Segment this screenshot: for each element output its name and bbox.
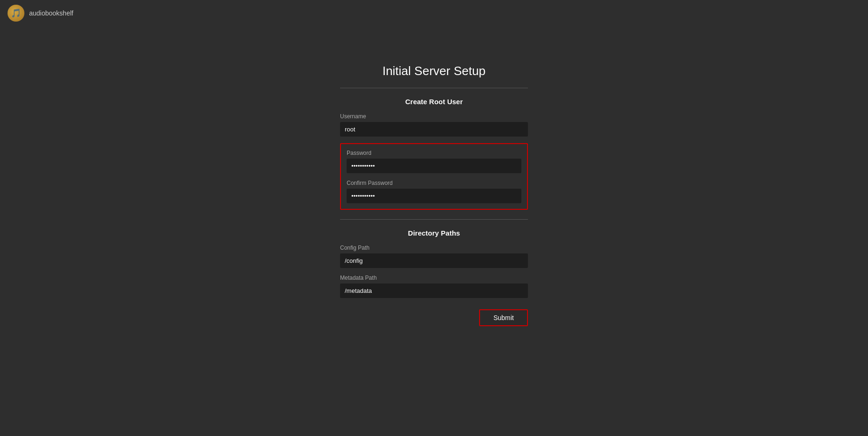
submit-button[interactable]: Submit xyxy=(479,309,528,326)
config-path-field-group: Config Path xyxy=(340,245,528,268)
directory-paths-section: Directory Paths Config Path Metadata Pat… xyxy=(340,229,528,305)
app-logo: 🎵 xyxy=(8,5,24,22)
password-label: Password xyxy=(347,150,521,156)
form-wrapper: Initial Server Setup Create Root User Us… xyxy=(340,64,528,326)
divider-top xyxy=(340,88,528,88)
username-input[interactable] xyxy=(340,122,528,137)
directory-paths-title: Directory Paths xyxy=(340,229,528,237)
app-name: audiobookshelf xyxy=(29,9,73,17)
confirm-password-input[interactable] xyxy=(347,189,521,203)
page-title: Initial Server Setup xyxy=(382,64,486,78)
confirm-password-label: Confirm Password xyxy=(347,180,521,186)
create-root-user-title: Create Root User xyxy=(340,98,528,106)
logo-icon: 🎵 xyxy=(11,9,21,17)
config-path-input[interactable] xyxy=(340,253,528,268)
divider-middle xyxy=(340,219,528,220)
submit-area: Submit xyxy=(340,309,528,326)
header: 🎵 audiobookshelf xyxy=(0,0,868,26)
username-label: Username xyxy=(340,113,528,120)
page-container: Initial Server Setup Create Root User Us… xyxy=(0,26,868,436)
config-path-label: Config Path xyxy=(340,245,528,251)
password-input[interactable] xyxy=(347,159,521,173)
password-section: Password Confirm Password xyxy=(340,143,528,210)
username-field-group: Username xyxy=(340,113,528,137)
metadata-path-input[interactable] xyxy=(340,283,528,298)
metadata-path-label: Metadata Path xyxy=(340,275,528,281)
password-field-group: Password xyxy=(347,150,521,173)
metadata-path-field-group: Metadata Path xyxy=(340,275,528,298)
confirm-password-field-group: Confirm Password xyxy=(347,180,521,203)
